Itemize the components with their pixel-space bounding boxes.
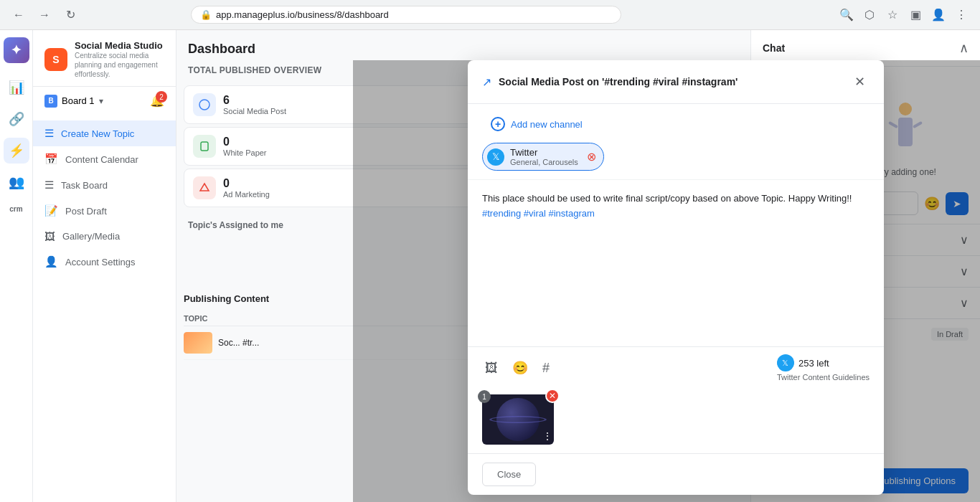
stat-label-ad-marketing: Ad Marketing <box>223 190 270 199</box>
sidebar-item-create-topic[interactable]: ☰ Create New Topic <box>33 120 176 146</box>
content-calendar-label: Content Calendar <box>65 154 138 165</box>
create-topic-icon: ☰ <box>44 127 54 140</box>
browser-action-buttons: 🔍 ⬡ ☆ ▣ 👤 ⋮ <box>837 5 971 25</box>
search-button[interactable]: 🔍 <box>837 5 857 25</box>
stat-num-white-paper: 0 <box>223 136 267 148</box>
svg-point-0 <box>199 100 209 110</box>
lock-icon: 🔒 <box>200 9 212 20</box>
svg-rect-1 <box>201 142 208 151</box>
create-topic-label: Create New Topic <box>61 128 134 139</box>
stat-label-white-paper: White Paper <box>223 148 267 157</box>
sidebar-item-content-calendar[interactable]: 📅 Content Calendar <box>33 146 176 172</box>
reload-button[interactable]: ↻ <box>60 5 80 25</box>
editor-area[interactable]: This place should be used to write final… <box>468 180 884 346</box>
nav-analytics[interactable]: 📊 <box>4 75 29 100</box>
media-thumb-inner: ⋮ <box>482 394 554 445</box>
chat-title: Chat <box>763 42 785 54</box>
char-count-number: 253 left <box>798 358 829 369</box>
thumbnail-image <box>184 332 212 354</box>
stat-num-ad-marketing: 0 <box>223 177 270 190</box>
gallery-icon: 🖼 <box>44 230 55 242</box>
gallery-label: Gallery/Media <box>62 231 120 242</box>
address-bar[interactable]: 🔒 app.manageplus.io/business/8/dashboard <box>191 6 621 24</box>
nav-crm[interactable]: crm <box>4 201 29 217</box>
board-chevron: ▾ <box>99 96 103 106</box>
board-selector[interactable]: B Board 1 ▾ <box>44 95 103 108</box>
planet-visual <box>496 398 540 441</box>
task-board-label: Task Board <box>61 180 108 191</box>
media-remove-button[interactable]: ✕ <box>545 389 560 403</box>
post-draft-icon: 📝 <box>44 204 58 217</box>
sidebar: S Social Media Studio Centralize social … <box>33 30 176 502</box>
notification-badge: 2 <box>156 91 167 103</box>
bookmark-button[interactable]: ☆ <box>882 5 903 25</box>
screenshot-button[interactable]: ⬡ <box>859 5 880 25</box>
channel-info: Twitter General, Carousels <box>510 147 578 166</box>
nav-apps[interactable]: ⚡ <box>4 138 29 164</box>
editor-toolbar: 🖼 😊 # 𝕏 253 left Twitter Content Guideli… <box>468 346 884 389</box>
modal-close-button[interactable]: ✕ <box>849 72 870 92</box>
post-draft-label: Post Draft <box>65 206 107 217</box>
char-count-area: 𝕏 253 left Twitter Content Guidelines <box>777 354 870 382</box>
editor-main-text: This place should be used to write final… <box>482 193 852 204</box>
stat-icon-social <box>193 93 216 116</box>
modal-header: ↗ Social Media Post on '#trending #viral… <box>468 60 884 104</box>
hashtag-button[interactable]: # <box>540 358 552 379</box>
stat-icon-ad-marketing <box>193 176 216 199</box>
browser-chrome: ← → ↻ 🔒 app.manageplus.io/business/8/das… <box>0 0 980 30</box>
sidebar-item-task-board[interactable]: ☰ Task Board <box>33 172 176 198</box>
app-container: ✦ 📊 🔗 ⚡ 👥 crm S Social Media Studio Cent… <box>0 30 980 502</box>
stat-info-social: 6 Social Media Post <box>223 94 286 115</box>
forward-button[interactable]: → <box>34 5 55 25</box>
emoji-picker-button[interactable]: 😊 <box>509 357 531 379</box>
sidebar-header: S Social Media Studio Centralize social … <box>33 30 176 87</box>
twitter-icon: 𝕏 <box>487 148 504 166</box>
profile-button[interactable]: 👤 <box>928 5 948 25</box>
notification-wrapper: 🔔 2 <box>150 94 164 108</box>
editor-content[interactable]: This place should be used to write final… <box>482 191 870 335</box>
back-button[interactable]: ← <box>9 5 29 25</box>
nav-team[interactable]: 👥 <box>4 169 29 195</box>
sidebar-brand-info: Social Media Studio Centralize social me… <box>75 40 164 79</box>
main-content-wrapper: Dashboard Total Published Overview 6 Soc… <box>176 30 980 502</box>
menu-button[interactable]: ⋮ <box>951 5 971 25</box>
modal-footer: Close <box>468 453 884 495</box>
content-calendar-icon: 📅 <box>44 153 58 166</box>
channel-name: Twitter <box>510 147 578 158</box>
sidebar-item-gallery[interactable]: 🖼 Gallery/Media <box>33 224 176 249</box>
stat-info-ad-marketing: 0 Ad Marketing <box>223 177 270 199</box>
account-settings-label: Account Settings <box>65 257 136 267</box>
image-upload-button[interactable]: 🖼 <box>482 358 501 379</box>
account-settings-icon: 👤 <box>44 255 58 268</box>
channel-type: General, Carousels <box>510 158 578 166</box>
plus-circle-icon: + <box>491 117 505 131</box>
editor-hashtags: #trending #viral #instagram <box>482 208 595 219</box>
media-options-icon[interactable]: ⋮ <box>542 430 551 442</box>
layout-button[interactable]: ▣ <box>905 5 925 25</box>
sidebar-item-account-settings[interactable]: 👤 Account Settings <box>33 249 176 275</box>
twitter-char-badge: 𝕏 253 left <box>777 354 870 371</box>
stat-icon-white-paper <box>193 135 216 158</box>
channel-remove-button[interactable]: ⊗ <box>587 150 596 164</box>
row-topic-text: Soc... #tr... <box>218 338 259 348</box>
add-channel-label: Add new channel <box>511 119 583 130</box>
app-logo[interactable]: ✦ <box>4 37 29 63</box>
add-channel-button[interactable]: + Add new channel <box>482 113 591 136</box>
modal-overlay: ↗ Social Media Post on '#trending #viral… <box>353 60 980 502</box>
modal-arrow-icon: ↗ <box>482 75 491 89</box>
planet-ring <box>489 416 547 423</box>
brand-desc: Centralize social media planning and eng… <box>75 51 164 79</box>
channel-section: + Add new channel 𝕏 Twitter General, Car… <box>468 104 884 180</box>
board-icon: B <box>44 95 57 108</box>
row-thumbnail <box>184 332 212 354</box>
media-thumbnail[interactable]: 1 ⋮ ✕ <box>482 394 554 445</box>
modal-close-btn[interactable]: Close <box>482 463 536 486</box>
crm-icon: crm <box>9 205 22 213</box>
char-guidelines: Twitter Content Guidelines <box>777 373 870 382</box>
sidebar-item-post-draft[interactable]: 📝 Post Draft <box>33 198 176 224</box>
brand-name: Social Media Studio <box>75 40 164 51</box>
icon-nav: ✦ 📊 🔗 ⚡ 👥 crm <box>0 30 33 502</box>
chat-collapse-button[interactable]: ∧ <box>959 40 969 56</box>
nav-connect[interactable]: 🔗 <box>4 106 29 132</box>
twitter-channel-tag: 𝕏 Twitter General, Carousels ⊗ <box>482 143 604 171</box>
